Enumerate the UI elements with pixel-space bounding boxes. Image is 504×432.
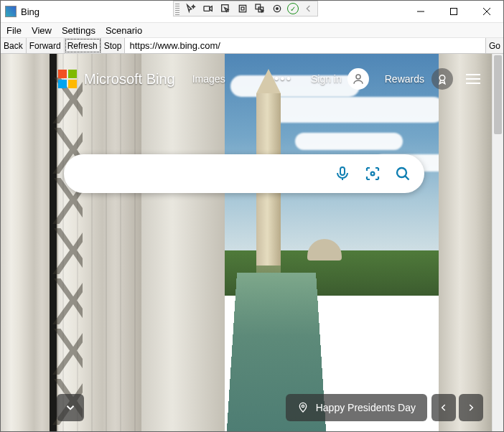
- maximize-button[interactable]: [437, 1, 470, 22]
- search-icon[interactable]: [394, 165, 411, 182]
- go-button[interactable]: Go: [485, 38, 503, 53]
- background-image: XXXXXXXXXXXXXXXXXXXXXXXXXXXX: [1, 54, 503, 431]
- location-pin-icon: [297, 402, 309, 413]
- menu-view[interactable]: View: [32, 25, 52, 36]
- more-icon[interactable]: •••: [274, 72, 292, 87]
- svg-point-7: [276, 8, 279, 10]
- expand-button[interactable]: [57, 394, 84, 421]
- next-image-button[interactable]: [459, 394, 483, 421]
- menu-settings[interactable]: Settings: [62, 25, 95, 36]
- svg-rect-9: [451, 9, 457, 15]
- svg-point-13: [439, 75, 445, 81]
- svg-rect-2: [239, 5, 246, 11]
- menu-file[interactable]: File: [6, 25, 22, 36]
- vertical-scrollbar[interactable]: [492, 54, 503, 431]
- check-icon[interactable]: ✓: [287, 3, 299, 14]
- toolbar-strip: ✓: [173, 1, 318, 17]
- camera-search-icon[interactable]: [364, 165, 381, 182]
- menu-scenario[interactable]: Scenario: [106, 25, 142, 36]
- menubar: File View Settings Scenario: [1, 22, 503, 38]
- minimize-button[interactable]: [404, 1, 437, 22]
- sign-in-link[interactable]: Sign in: [311, 73, 342, 85]
- cursor-star-icon[interactable]: [184, 1, 198, 16]
- microphone-icon[interactable]: [334, 165, 351, 182]
- target-icon[interactable]: [270, 1, 284, 16]
- search-input[interactable]: [83, 167, 321, 180]
- square-icon[interactable]: [235, 1, 250, 16]
- info-pill[interactable]: Happy Presidents Day: [286, 394, 427, 421]
- app-window: Bing ✓ File View Settings Scenario Back …: [0, 0, 504, 432]
- grip-icon: [175, 2, 179, 15]
- forward-button[interactable]: Forward: [27, 38, 65, 53]
- rewards-badge-icon[interactable]: [431, 68, 453, 90]
- svg-point-12: [356, 75, 360, 79]
- refresh-button[interactable]: Refresh: [65, 38, 101, 53]
- window-controls: [404, 1, 503, 22]
- images-link[interactable]: Images: [192, 73, 225, 85]
- caption-text: Happy Presidents Day: [316, 402, 416, 413]
- window-title: Bing: [21, 6, 39, 17]
- content-area: XXXXXXXXXXXXXXXXXXXXXXXXXXXX Microsoft B…: [1, 54, 503, 431]
- stop-button[interactable]: Stop: [101, 38, 126, 53]
- video-icon[interactable]: [201, 1, 215, 16]
- svg-rect-0: [204, 6, 210, 11]
- scrollbar-thumb[interactable]: [494, 55, 502, 134]
- brand-label[interactable]: Microsoft Bing: [84, 71, 175, 88]
- titlebar: Bing ✓: [1, 1, 503, 22]
- overlap-pointer-icon[interactable]: [253, 1, 267, 16]
- prev-image-button[interactable]: [431, 394, 456, 421]
- chevron-left-icon[interactable]: [302, 1, 316, 16]
- pointer-box-icon[interactable]: [218, 1, 233, 16]
- bing-header: Microsoft Bing Images ••• Sign in Reward…: [1, 64, 492, 94]
- svg-point-16: [397, 168, 406, 177]
- avatar-icon[interactable]: [347, 68, 369, 90]
- back-button[interactable]: Back: [1, 38, 27, 53]
- url-input[interactable]: [125, 38, 485, 53]
- app-icon: [5, 6, 17, 17]
- microsoft-logo-icon: [58, 70, 77, 88]
- svg-rect-3: [241, 7, 244, 10]
- search-box: [64, 154, 424, 193]
- svg-point-15: [371, 172, 375, 176]
- svg-line-17: [405, 176, 409, 179]
- close-button[interactable]: [470, 1, 503, 22]
- svg-rect-14: [340, 167, 345, 175]
- rewards-link[interactable]: Rewards: [385, 73, 424, 85]
- navbar: Back Forward Refresh Stop Go: [1, 38, 503, 54]
- bing-page: XXXXXXXXXXXXXXXXXXXXXXXXXXXX Microsoft B…: [1, 54, 503, 431]
- hamburger-icon[interactable]: [466, 74, 480, 84]
- svg-point-18: [302, 405, 304, 407]
